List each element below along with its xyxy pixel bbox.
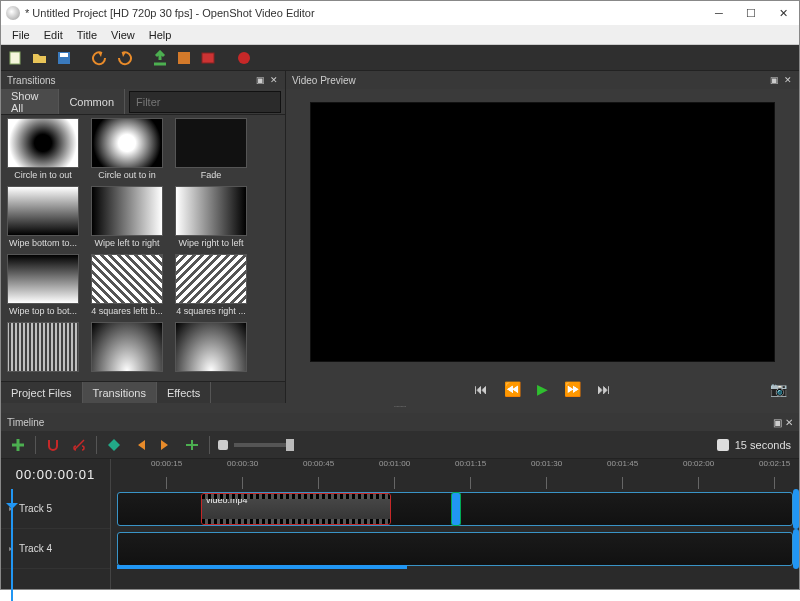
transition-item[interactable]: Wipe right to left	[172, 186, 250, 248]
play-button[interactable]: ▶	[537, 381, 548, 397]
playhead[interactable]	[11, 489, 13, 601]
svg-rect-4	[202, 53, 214, 63]
new-project-button[interactable]	[7, 49, 25, 67]
center-playhead-button[interactable]	[183, 436, 201, 454]
maximize-button[interactable]: ☐	[735, 1, 767, 25]
timeline: 00:00:00:01 00:00:1500:00:3000:00:4500:0…	[1, 459, 799, 589]
export-button[interactable]	[235, 49, 253, 67]
razor-button[interactable]	[70, 436, 88, 454]
undo-button[interactable]	[91, 49, 109, 67]
profile-button[interactable]	[175, 49, 193, 67]
panel-undock-icon[interactable]: ▣ ✕	[773, 417, 793, 428]
transitions-grid[interactable]: Circle in to out Circle out to in Fade W…	[1, 115, 285, 381]
track-progress	[117, 565, 407, 569]
jump-end-button[interactable]: ⏭	[597, 381, 611, 397]
app-window: * Untitled Project [HD 720p 30 fps] - Op…	[0, 0, 800, 590]
tab-common[interactable]: Common	[59, 89, 125, 114]
transition-item[interactable]: Circle in to out	[4, 118, 82, 180]
fast-forward-button[interactable]: ⏩	[564, 381, 581, 397]
panel-gripper[interactable]: ┄┄┄	[1, 403, 799, 413]
tab-effects[interactable]: Effects	[157, 382, 211, 403]
timeline-toolbar: 15 seconds	[1, 431, 799, 459]
prev-marker-button[interactable]	[131, 436, 149, 454]
svg-rect-0	[10, 52, 20, 64]
menu-file[interactable]: File	[5, 27, 37, 43]
snap-button[interactable]	[44, 436, 62, 454]
video-clip[interactable]: video.mp4	[201, 493, 391, 525]
timecode-display: 00:00:00:01	[1, 459, 111, 489]
end-handle[interactable]	[793, 529, 799, 569]
transition-item[interactable]	[88, 322, 166, 372]
panel-undock-icon[interactable]: ▣ ✕	[256, 75, 279, 85]
track-lane[interactable]	[111, 529, 799, 569]
jump-start-button[interactable]: ⏮	[474, 381, 488, 397]
transition-item[interactable]: 4 squares leftt b...	[88, 254, 166, 316]
preview-panel: Video Preview ▣ ✕ ⏮ ⏪ ▶ ⏩ ⏭ 📷	[286, 71, 799, 403]
filter-input[interactable]	[129, 91, 281, 113]
menu-view[interactable]: View	[104, 27, 142, 43]
next-marker-button[interactable]	[157, 436, 175, 454]
tab-show-all[interactable]: Show All	[1, 89, 59, 114]
clip-marker[interactable]	[451, 492, 461, 526]
preview-panel-title: Video Preview	[292, 75, 356, 86]
tab-transitions[interactable]: Transitions	[83, 382, 157, 403]
titlebar: * Untitled Project [HD 720p 30 fps] - Op…	[1, 1, 799, 25]
transition-item[interactable]	[4, 322, 82, 372]
menu-title[interactable]: Title	[70, 27, 104, 43]
minimize-button[interactable]: ─	[703, 1, 735, 25]
timeline-ruler[interactable]: 00:00:1500:00:3000:00:4500:01:0000:01:15…	[111, 459, 799, 489]
save-project-button[interactable]	[55, 49, 73, 67]
import-files-button[interactable]	[151, 49, 169, 67]
transition-item[interactable]: Wipe bottom to...	[4, 186, 82, 248]
transitions-panel: Transitions ▣ ✕ Show All Common Circle i…	[1, 71, 286, 403]
fullscreen-button[interactable]	[199, 49, 217, 67]
transition-item[interactable]: 4 squares right ...	[172, 254, 250, 316]
transition-item[interactable]: Circle out to in	[88, 118, 166, 180]
transition-item[interactable]: Wipe top to bot...	[4, 254, 82, 316]
add-marker-button[interactable]	[105, 436, 123, 454]
end-handle[interactable]	[793, 489, 799, 529]
app-icon	[6, 6, 20, 20]
zoom-indicator-icon	[717, 439, 729, 451]
transition-item[interactable]: Fade	[172, 118, 250, 180]
svg-rect-3	[178, 52, 190, 64]
menu-edit[interactable]: Edit	[37, 27, 70, 43]
zoom-slider[interactable]	[218, 440, 294, 450]
redo-button[interactable]	[115, 49, 133, 67]
open-project-button[interactable]	[31, 49, 49, 67]
svg-point-5	[238, 52, 250, 64]
menubar: File Edit Title View Help	[1, 25, 799, 45]
add-track-button[interactable]	[9, 436, 27, 454]
timeline-header: Timeline ▣ ✕	[1, 413, 799, 431]
close-button[interactable]: ✕	[767, 1, 799, 25]
tab-project-files[interactable]: Project Files	[1, 382, 83, 403]
snapshot-icon[interactable]: 📷	[770, 381, 787, 397]
track-lane[interactable]: video.mp4	[111, 489, 799, 529]
transition-item[interactable]	[172, 322, 250, 372]
transition-item[interactable]: Wipe left to right	[88, 186, 166, 248]
rewind-button[interactable]: ⏪	[504, 381, 521, 397]
track-header[interactable]: ▸Track 4	[1, 529, 110, 569]
zoom-label: 15 seconds	[735, 439, 791, 451]
svg-rect-2	[60, 53, 68, 57]
transitions-panel-title: Transitions	[7, 75, 56, 86]
panel-undock-icon[interactable]: ▣ ✕	[770, 75, 793, 85]
menu-help[interactable]: Help	[142, 27, 179, 43]
preview-screen[interactable]	[310, 102, 775, 362]
window-title: * Untitled Project [HD 720p 30 fps] - Op…	[25, 7, 703, 19]
main-toolbar	[1, 45, 799, 71]
